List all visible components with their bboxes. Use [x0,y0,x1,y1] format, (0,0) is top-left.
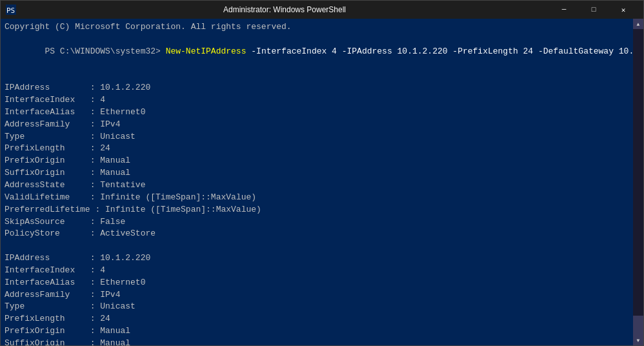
field-prefixorigin-1: PrefixOrigin : Manual [5,155,629,167]
powershell-window: PS Administrator: Windows PowerShell ─ □… [0,0,644,346]
field-type-2: Type : Unicast [5,301,629,313]
scrollbar-track[interactable] [633,29,643,335]
scrollbar-thumb[interactable] [633,316,643,335]
field-addressstate-1: AddressState : Tentative [5,179,629,192]
minimize-button[interactable]: ─ [549,1,579,19]
empty-line-2 [5,240,629,252]
field-interfacealias-1: InterfaceAlias : Ethernet0 [5,107,629,119]
field-type-1: Type : Unicast [5,131,629,143]
field-interfacealias-2: InterfaceAlias : Ethernet0 [5,277,629,289]
field-suffixorigin-2: SuffixOrigin : Manual [5,338,629,345]
close-button[interactable]: ✕ [609,1,638,19]
field-skipassource-1: SkipAsSource : False [5,216,629,229]
prompt-prefix: PS C:\WINDOWS\system32> [45,46,165,56]
scrollbar-arrow-down[interactable]: ▼ [633,335,643,345]
powershell-icon: PS [6,5,16,15]
scrollbar[interactable]: ▲ ▼ [633,19,643,345]
empty-line-1 [5,70,629,82]
field-prefixlength-2: PrefixLength : 24 [5,313,629,325]
field-ipaddress-1: IPAddress : 10.1.2.220 [5,82,629,94]
field-preferredlifetime-1: PreferredLifetime : Infinite ([TimeSpan]… [5,204,629,216]
command-line: PS C:\WINDOWS\system32> New-NetIPAddress… [5,34,629,70]
field-interfaceindex-2: InterfaceIndex : 4 [5,265,629,277]
field-validlifetime-1: ValidLifetime : Infinite ([TimeSpan]::Ma… [5,192,629,204]
field-prefixlength-1: PrefixLength : 24 [5,143,629,155]
terminal-output[interactable]: Copyright (C) Microsoft Corporation. All… [1,19,633,345]
command-name: New-NetIPAddress [166,46,247,56]
output-block-2: IPAddress : 10.1.2.220 InterfaceIndex : … [5,252,629,345]
title-bar-controls: ─ □ ✕ [549,1,638,19]
field-policystore-1: PolicyStore : ActiveStore [5,228,629,240]
field-interfaceindex-1: InterfaceIndex : 4 [5,94,629,107]
svg-text:PS: PS [6,6,15,15]
maximize-button[interactable]: □ [579,1,609,19]
field-addressfamily-2: AddressFamily : IPv4 [5,289,629,301]
copyright-line: Copyright (C) Microsoft Corporation. All… [5,21,629,34]
title-bar: PS Administrator: Windows PowerShell ─ □… [1,1,643,19]
scrollbar-arrow-up[interactable]: ▲ [633,19,643,29]
command-args: -InterfaceIndex 4 -IPAddress 10.1.2.220 … [246,46,633,56]
output-block-1: IPAddress : 10.1.2.220 InterfaceIndex : … [5,82,629,240]
field-prefixorigin-2: PrefixOrigin : Manual [5,325,629,338]
title-bar-title: Administrator: Windows PowerShell [20,5,549,14]
content-area: Copyright (C) Microsoft Corporation. All… [1,19,643,345]
field-ipaddress-2: IPAddress : 10.1.2.220 [5,252,629,265]
field-suffixorigin-1: SuffixOrigin : Manual [5,167,629,179]
field-addressfamily-1: AddressFamily : IPv4 [5,119,629,131]
